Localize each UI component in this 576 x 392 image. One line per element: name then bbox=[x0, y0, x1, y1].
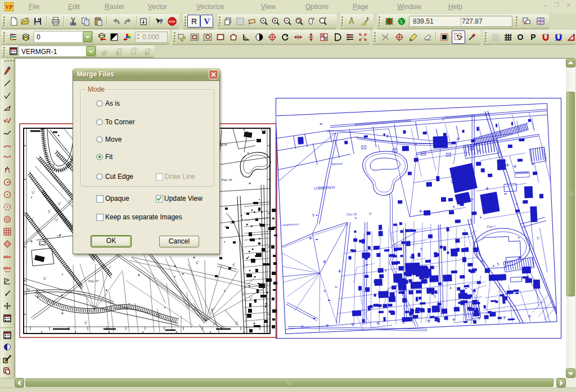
svg-text:Flur 37: Flur 37 bbox=[88, 280, 99, 283]
svg-text:P: P bbox=[530, 33, 536, 42]
svg-text:Flur 36: Flur 36 bbox=[221, 178, 232, 182]
svg-text:VP: VP bbox=[6, 4, 14, 10]
svg-text:?: ? bbox=[159, 18, 163, 25]
svg-text:Bahnhof: Bahnhof bbox=[332, 162, 343, 166]
svg-text:Flur 36: Flur 36 bbox=[346, 213, 357, 217]
svg-text:STOP: STOP bbox=[169, 20, 176, 23]
svg-text:b.Gr: b.Gr bbox=[261, 129, 266, 132]
svg-text:R: R bbox=[191, 17, 196, 26]
svg-text:abc: abc bbox=[3, 254, 11, 259]
svg-text:V: V bbox=[204, 17, 210, 26]
svg-text:Landgraben: Landgraben bbox=[114, 307, 128, 309]
svg-text:abc: abc bbox=[3, 265, 11, 271]
svg-text:Flur 3: Flur 3 bbox=[486, 224, 495, 228]
svg-text:O: O bbox=[518, 33, 524, 42]
